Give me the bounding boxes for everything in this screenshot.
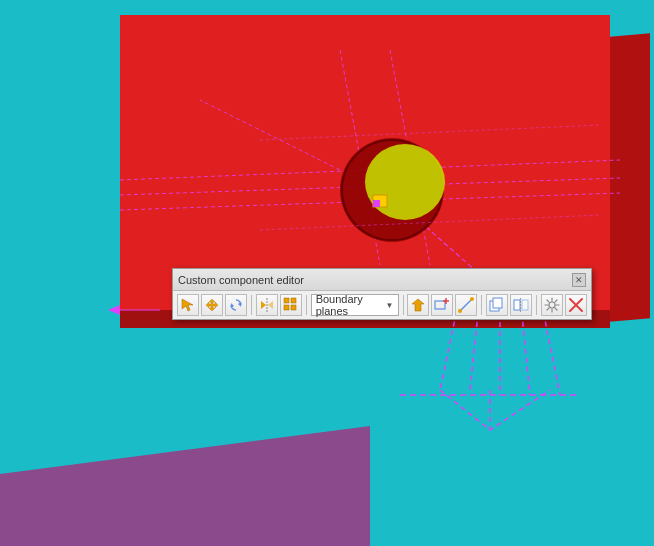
- svg-marker-26: [231, 303, 234, 308]
- dropdown-label: Boundary planes: [316, 293, 382, 317]
- delete-button[interactable]: [565, 294, 587, 316]
- copy-mirrored-icon: [513, 297, 529, 313]
- svg-rect-42: [493, 298, 502, 308]
- toolbar-body: Boundary planes ▼: [173, 291, 591, 319]
- svg-marker-28: [261, 301, 266, 309]
- rotate-icon: [228, 297, 244, 313]
- mirror-button[interactable]: [256, 294, 278, 316]
- settings-icon: [544, 297, 560, 313]
- svg-point-39: [458, 309, 462, 313]
- copy-standard-icon: [489, 297, 505, 313]
- dialog-titlebar: Custom component editor ✕: [173, 269, 591, 291]
- array-button[interactable]: [280, 294, 302, 316]
- separator-1: [251, 295, 252, 315]
- rotate-button[interactable]: [225, 294, 247, 316]
- add-line-button[interactable]: [455, 294, 477, 316]
- svg-line-38: [460, 299, 472, 311]
- separator-3: [403, 295, 404, 315]
- dropdown-arrow-icon: ▼: [386, 301, 394, 310]
- separator-5: [536, 295, 537, 315]
- svg-rect-44: [522, 300, 528, 310]
- mirror-icon: [259, 297, 275, 313]
- delete-icon: [568, 297, 584, 313]
- svg-marker-29: [268, 301, 273, 309]
- copy-standard-button[interactable]: [486, 294, 508, 316]
- svg-rect-31: [291, 298, 296, 303]
- svg-rect-43: [514, 300, 520, 310]
- add-plane-button[interactable]: [431, 294, 453, 316]
- pick-icon: [410, 297, 426, 313]
- settings-button[interactable]: [541, 294, 563, 316]
- move-icon: [204, 297, 220, 313]
- copy-mirrored-button[interactable]: [510, 294, 532, 316]
- svg-point-40: [470, 297, 474, 301]
- dialog-close-button[interactable]: ✕: [572, 273, 586, 287]
- add-plane-icon: [434, 297, 450, 313]
- array-icon: [283, 297, 299, 313]
- select-button[interactable]: [177, 294, 199, 316]
- pick-button[interactable]: [407, 294, 429, 316]
- svg-rect-32: [284, 305, 289, 310]
- boundary-planes-dropdown[interactable]: Boundary planes ▼: [311, 294, 399, 316]
- svg-rect-33: [291, 305, 296, 310]
- add-line-icon: [458, 297, 474, 313]
- svg-rect-35: [435, 301, 445, 309]
- custom-component-editor-dialog: Custom component editor ✕: [172, 268, 592, 320]
- svg-rect-30: [284, 298, 289, 303]
- svg-marker-34: [412, 299, 424, 311]
- select-icon: [180, 297, 196, 313]
- move-button[interactable]: [201, 294, 223, 316]
- dialog-title: Custom component editor: [178, 274, 304, 286]
- 3d-scene: Custom component editor ✕: [0, 0, 654, 546]
- svg-point-46: [549, 302, 555, 308]
- red-box-right: [610, 33, 650, 321]
- separator-2: [306, 295, 307, 315]
- svg-marker-24: [182, 299, 193, 311]
- separator-4: [481, 295, 482, 315]
- svg-marker-25: [238, 302, 241, 307]
